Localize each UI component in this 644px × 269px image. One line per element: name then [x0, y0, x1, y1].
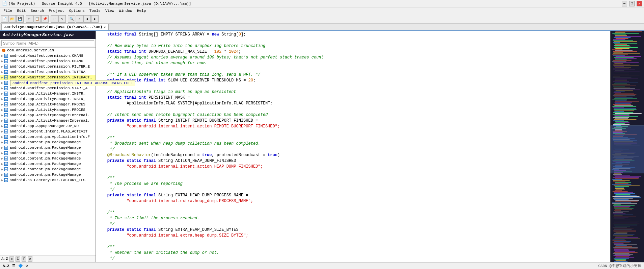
maximize-button[interactable]: □ — [629, 1, 635, 6]
code-token: static — [107, 49, 122, 54]
code-text — [98, 239, 609, 244]
symbol-item[interactable]: ▶mandroid.content.Intent.FLAG_ACTIVIT — [0, 129, 96, 134]
symbol-item[interactable]: ▶mandroid.Manifest.permission.CHANG — [0, 53, 96, 58]
symbol-item[interactable]: ▶mandroid.content.pm.PackageManage — [0, 140, 96, 145]
tab-file[interactable]: ActivityManagerService.java (D:\JAVA\...… — [1, 24, 109, 30]
toolbar-fwd[interactable]: ▶ — [91, 15, 99, 23]
code-token: */ — [98, 222, 114, 226]
expand-arrow-icon: ▶ — [1, 97, 3, 101]
symbol-item[interactable]: ▶mandroid.app.AppOpsManager.OP_NO — [0, 123, 96, 129]
menu-item-project[interactable]: Project — [47, 8, 66, 13]
symbol-item[interactable]: ▶mandroid.Manifest.permission.FILTER_E — [0, 64, 96, 69]
member-icon: m — [4, 140, 8, 145]
menu-item-edit[interactable]: Edit — [15, 8, 28, 13]
menu-item-tools[interactable]: Tools — [87, 8, 103, 13]
symbol-search-input[interactable] — [1, 40, 94, 46]
code-token: true — [268, 153, 277, 157]
toolbar-open[interactable]: 📂 — [8, 15, 16, 23]
expand-arrow-icon: ▶ — [1, 146, 3, 150]
symbol-item[interactable]: ▶mandroid.Manifest.permission.CHANG — [0, 58, 96, 64]
expand-arrow-icon: ▶ — [1, 114, 3, 117]
expand-arrow-icon: ▶ — [1, 168, 3, 171]
svg-text:C: C — [3, 49, 4, 52]
code-token: /** If a UID observer takes more than th… — [98, 72, 260, 77]
symbol-text: android.app.ActivityManager.PROCES — [9, 102, 85, 106]
symbol-item[interactable]: ▶mandroid.os.FactoryTest.FACTORY_TES — [0, 177, 96, 183]
symbol-item[interactable]: ▶mandroid.app.ActivityManager.PROCES — [0, 107, 96, 113]
toolbar-save[interactable]: 💾 — [16, 15, 24, 23]
menu-item-view[interactable]: View — [103, 8, 116, 13]
symbol-item[interactable]: Ccom.android.server.am — [0, 48, 96, 53]
code-token: static — [107, 95, 122, 100]
member-icon: m — [4, 124, 8, 128]
code-token: String[ — [219, 32, 239, 37]
toolbar-copy[interactable]: 📋 — [33, 15, 41, 23]
symbol-item[interactable]: ▶mandroid.app.ActivityManager.PROCES — [0, 102, 96, 107]
code-line: /** If a UID observer takes more than th… — [96, 72, 610, 78]
code-token — [98, 118, 107, 123]
symbol-item[interactable]: ▶mandroid.content.pm.PackageManage — [0, 161, 96, 167]
code-text: */ — [98, 221, 609, 227]
symbol-text: android.Manifest.permission.CHANG — [9, 59, 83, 63]
toolbar-ref[interactable]: ⚡ — [76, 15, 83, 23]
menu-item-search[interactable]: Search — [29, 8, 46, 13]
status-icon2[interactable]: 🔷 — [18, 264, 23, 268]
menu-item-file[interactable]: File — [1, 8, 14, 13]
watermark: CSDN @不想迷路的小男孩 — [598, 264, 641, 268]
code-token: /** — [98, 245, 114, 249]
symbol-item[interactable]: ▶mandroid.content.pm.PackageManage — [0, 172, 96, 177]
symbol-item[interactable]: ▶mandroid.content.pm.PackageManage — [0, 167, 96, 172]
symbol-item[interactable]: ▶mandroid.Manifest.permission.INTERACT_A… — [0, 75, 96, 80]
svg-text:m: m — [5, 163, 7, 166]
footer-class-btn[interactable]: C — [16, 256, 20, 262]
symbol-item[interactable]: ▶mandroid.content.pm.PackageManage — [0, 150, 96, 156]
code-token: * The size limit the process reached. — [98, 216, 199, 221]
menu-item-options[interactable]: Options — [67, 8, 87, 13]
footer-gear-btn[interactable]: ⚙ — [28, 256, 32, 262]
toolbar-new[interactable]: 📄 — [1, 15, 8, 23]
symbol-item[interactable]: ▶mandroid.content.pm.PackageManage — [0, 156, 96, 161]
code-token: final — [124, 95, 136, 100]
symbol-item[interactable]: ▶mandroid.app.ActivityManagerInternal. — [0, 118, 96, 123]
symbol-item[interactable]: ▶mandroid.Manifest.permission.INTERA — [0, 69, 96, 75]
symbol-item[interactable]: ▶mandroid.app.ActivityManager.INSTR_ — [0, 91, 96, 96]
status-icon3[interactable]: ⚙ — [26, 264, 28, 268]
menu-item-help[interactable]: Help — [135, 8, 148, 13]
symbol-item[interactable]: ▶mandroid.app.ActivityManagerInternal. — [0, 113, 96, 118]
code-token: final — [124, 32, 136, 37]
symbol-item[interactable]: ▶mandroid.Manifest.permission.START_A — [0, 85, 96, 91]
toolbar-redo[interactable]: ↪ — [58, 15, 66, 23]
code-line: private static final String EXTRA_HEAP_D… — [96, 193, 610, 198]
toolbar-back[interactable]: ◀ — [83, 15, 91, 23]
code-token: (includeBackground = — [151, 153, 202, 157]
code-line: * The process we are reporting — [96, 181, 610, 187]
menu-item-window[interactable]: Window — [117, 8, 134, 13]
code-line: "com.android.internal.extra.heap_dump.PR… — [96, 198, 610, 204]
minimize-button[interactable]: — — [622, 1, 627, 6]
toolbar-paste[interactable]: 📌 — [41, 15, 49, 23]
svg-text:m: m — [5, 125, 7, 128]
expand-arrow-icon: ▶ — [1, 135, 3, 139]
toolbar-cut[interactable]: ✂ — [26, 15, 33, 23]
code-line: private static final String INTENT_REMOT… — [96, 118, 610, 124]
code-token: 192 — [214, 49, 222, 54]
code-text: "com.android.internal.extra.heap_dump.PR… — [98, 198, 609, 204]
footer-fn-btn[interactable]: f — [22, 256, 26, 262]
code-token: /** — [98, 136, 114, 140]
code-line — [96, 66, 610, 72]
code-line: /** — [96, 175, 610, 181]
symbol-tooltip: android Manifest permission INTERACT ACR… — [10, 80, 135, 86]
symbol-item[interactable]: ▶mandroid.content.pm.PackageManage — [0, 145, 96, 150]
code-token: static — [127, 118, 141, 123]
symbol-item[interactable]: ▶mandroid.content.pm.ApplicationInfo.F — [0, 134, 96, 140]
code-token: , protectedBroadcast = — [212, 153, 268, 157]
symbol-item[interactable]: ▶mandroid.app.ActivityManager.INSTR_ — [0, 96, 96, 102]
status-icon1[interactable]: ☰ — [12, 264, 16, 268]
toolbar-undo[interactable]: ↩ — [51, 15, 58, 23]
toolbar-search[interactable]: 🔍 — [68, 15, 75, 23]
code-token: 20 — [248, 78, 253, 83]
code-content[interactable]: static final String[] EMPTY_STRING_ARRAY… — [96, 31, 610, 262]
tab-close-icon[interactable]: ✕ — [104, 25, 105, 29]
close-button[interactable]: ✕ — [637, 1, 642, 6]
footer-list-btn[interactable]: ≡ — [9, 256, 14, 262]
